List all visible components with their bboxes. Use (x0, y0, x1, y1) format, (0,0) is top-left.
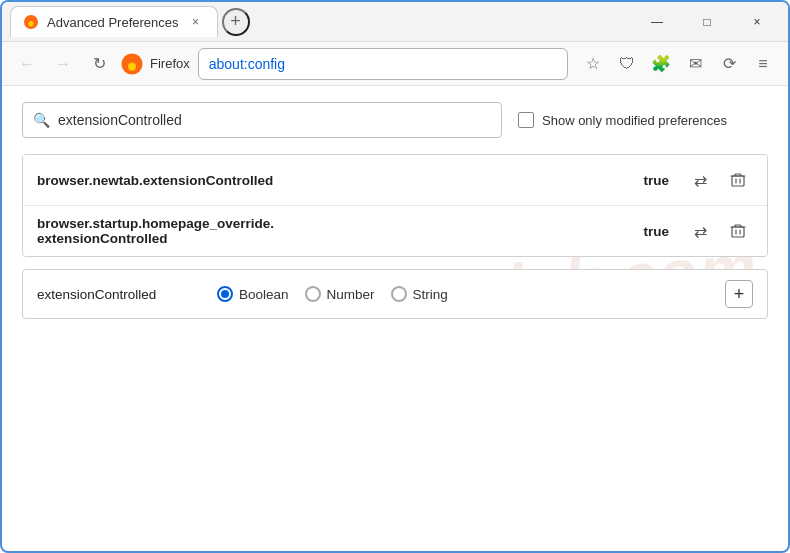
url-display: about:config (209, 56, 285, 72)
extension-button[interactable]: 🧩 (646, 49, 676, 79)
sync-button[interactable]: ⟳ (714, 49, 744, 79)
show-modified-checkbox[interactable] (518, 112, 534, 128)
search-icon: 🔍 (33, 112, 50, 128)
title-bar: Advanced Preferences × + — □ × (2, 2, 788, 42)
forward-icon: → (55, 55, 71, 73)
sync-icon: ⟳ (723, 54, 736, 73)
pref-name-1: browser.newtab.extensionControlled (37, 173, 643, 188)
show-modified-label[interactable]: Show only modified preferences (518, 112, 727, 128)
radio-number-label: Number (327, 287, 375, 302)
firefox-label: Firefox (150, 56, 190, 71)
radio-number[interactable]: Number (305, 286, 375, 302)
pref-delete-button-2[interactable] (723, 216, 753, 246)
reload-icon: ↻ (93, 54, 106, 73)
menu-button[interactable]: ≡ (748, 49, 778, 79)
add-preference-row: extensionControlled Boolean Number Strin… (22, 269, 768, 319)
search-row: 🔍 Show only modified preferences (22, 102, 768, 138)
firefox-logo-icon (120, 52, 144, 76)
browser-tab[interactable]: Advanced Preferences × (10, 6, 218, 37)
menu-icon: ≡ (758, 55, 767, 73)
shield-button[interactable]: 🛡 (612, 49, 642, 79)
tab-favicon (23, 14, 39, 30)
radio-string[interactable]: String (391, 286, 448, 302)
search-input[interactable] (58, 112, 491, 128)
content-area: risk.com 🔍 Show only modified preference… (2, 86, 788, 335)
toolbar-icons: ☆ 🛡 🧩 ✉ ⟳ ≡ (578, 49, 778, 79)
pref-toggle-button-1[interactable]: ⇄ (685, 165, 715, 195)
svg-rect-4 (732, 176, 744, 186)
radio-number-circle[interactable] (305, 286, 321, 302)
show-modified-text: Show only modified preferences (542, 113, 727, 128)
table-row: browser.newtab.extensionControlled true … (23, 155, 767, 206)
shield-icon: 🛡 (619, 55, 635, 73)
add-preference-button[interactable]: + (725, 280, 753, 308)
address-bar[interactable]: about:config (198, 48, 568, 80)
pocket-button[interactable]: ✉ (680, 49, 710, 79)
restore-button[interactable]: □ (684, 6, 730, 38)
delete-icon-2 (730, 223, 746, 239)
pref-delete-button-1[interactable] (723, 165, 753, 195)
type-radio-group: Boolean Number String (217, 286, 448, 302)
close-button[interactable]: × (734, 6, 780, 38)
pref-actions-1: ⇄ (685, 165, 753, 195)
tab-title: Advanced Preferences (47, 15, 179, 30)
radio-boolean-label: Boolean (239, 287, 289, 302)
window-controls: — □ × (634, 6, 780, 38)
radio-boolean-circle[interactable] (217, 286, 233, 302)
bookmark-button[interactable]: ☆ (578, 49, 608, 79)
reload-button[interactable]: ↻ (84, 49, 114, 79)
back-button[interactable]: ← (12, 49, 42, 79)
forward-button[interactable]: → (48, 49, 78, 79)
tab-close-button[interactable]: × (187, 13, 205, 31)
search-box[interactable]: 🔍 (22, 102, 502, 138)
pocket-icon: ✉ (689, 54, 702, 73)
new-pref-name: extensionControlled (37, 287, 197, 302)
delete-icon-1 (730, 172, 746, 188)
back-icon: ← (19, 55, 35, 73)
new-tab-button[interactable]: + (222, 8, 250, 36)
extension-icon: 🧩 (651, 54, 671, 73)
radio-string-circle[interactable] (391, 286, 407, 302)
pref-actions-2: ⇄ (685, 216, 753, 246)
pref-toggle-button-2[interactable]: ⇄ (685, 216, 715, 246)
pref-value-2: true (643, 224, 669, 239)
bookmark-icon: ☆ (586, 54, 600, 73)
radio-string-label: String (413, 287, 448, 302)
minimize-button[interactable]: — (634, 6, 680, 38)
svg-rect-5 (732, 227, 744, 237)
nav-bar: ← → ↻ Firefox about:config ☆ 🛡 🧩 ✉ ⟳ ≡ (2, 42, 788, 86)
preferences-table: browser.newtab.extensionControlled true … (22, 154, 768, 257)
pref-value-1: true (643, 173, 669, 188)
radio-boolean[interactable]: Boolean (217, 286, 289, 302)
pref-name-2: browser.startup.homepage_override. exten… (37, 216, 643, 246)
table-row: browser.startup.homepage_override. exten… (23, 206, 767, 256)
